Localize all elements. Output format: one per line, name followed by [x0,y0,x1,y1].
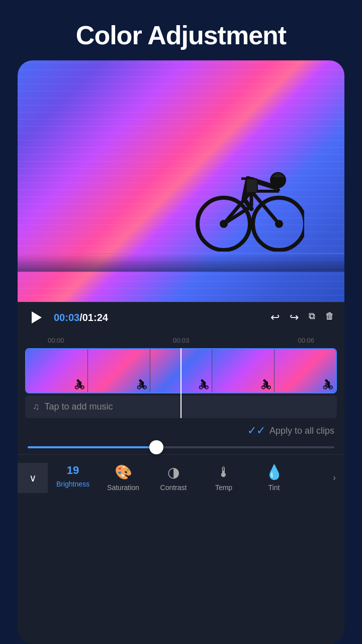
phone-container: 00:03/01:24 ↩ ↪ ⧉ 🗑 00:00 00:03 00:06 🚴 [18,60,344,644]
tool-item-brightness[interactable]: 19 Brightness [48,460,98,496]
video-preview [18,60,344,302]
delete-button[interactable]: 🗑 [325,311,334,324]
saturation-label: Saturation [107,484,139,492]
tint-icon: 💧 [265,464,283,480]
ruler-mark-2: 00:06 [298,337,314,344]
brightness-value: 19 [67,464,79,477]
redo-button[interactable]: ↪ [290,311,299,324]
ruler-mark-1: 00:03 [173,337,190,344]
svg-line-15 [275,185,279,187]
saturation-icon: 🎨 [115,464,132,480]
apply-check-icon: ✓✓ [247,424,265,437]
brightness-label: Brightness [56,480,89,488]
timeline-tracks: 🚴 🚴 🚴 🚴 🚴 [18,348,344,418]
slider-thumb[interactable] [149,440,163,454]
tool-item-tint[interactable]: 💧 Tint [249,460,299,496]
time-display: 00:03/01:24 [54,312,262,324]
slider-track[interactable] [28,446,334,448]
page-title: Color Adjustment [66,0,296,60]
apply-all-row: ✓✓ Apply to all clips [18,420,344,441]
more-button[interactable]: › [324,463,344,493]
play-button[interactable] [28,308,46,327]
bottom-toolbar: ∨ 19 Brightness 🎨 Saturation ◑ Contrast … [18,454,344,501]
apply-all-label: Apply to all clips [269,426,334,436]
collapse-button[interactable]: ∨ [18,463,48,493]
tool-item-contrast[interactable]: ◑ Contrast [148,460,199,496]
copy-button[interactable]: ⧉ [309,311,315,324]
music-note-icon: ♫ [33,401,40,412]
slider-fill [28,446,156,448]
tool-item-temp[interactable]: 🌡 Temp [199,460,249,496]
timeline-cursor [180,348,182,418]
undo-button[interactable]: ↩ [270,311,280,324]
timeline-section: 00:00 00:03 00:06 🚴 🚴 🚴 [18,333,344,454]
contrast-icon: ◑ [167,464,179,480]
music-placeholder-text: Tap to add music [45,401,113,412]
total-time: 01:24 [82,312,108,323]
contrast-label: Contrast [160,484,187,492]
tint-label: Tint [268,484,280,492]
current-time: 00:03 [54,312,79,323]
chevron-down-icon: ∨ [29,472,37,484]
svg-rect-18 [246,179,257,193]
tool-items: 19 Brightness 🎨 Saturation ◑ Contrast 🌡 … [48,460,324,496]
temp-label: Temp [215,484,232,492]
playback-controls: 00:03/01:24 ↩ ↪ ⧉ 🗑 [18,302,344,333]
temp-icon: 🌡 [217,464,231,480]
ruler-mark-0: 00:00 [48,337,64,344]
timeline-ruler: 00:00 00:03 00:06 [18,337,344,344]
tool-item-saturation[interactable]: 🎨 Saturation [98,460,148,496]
slider-row [18,441,344,454]
